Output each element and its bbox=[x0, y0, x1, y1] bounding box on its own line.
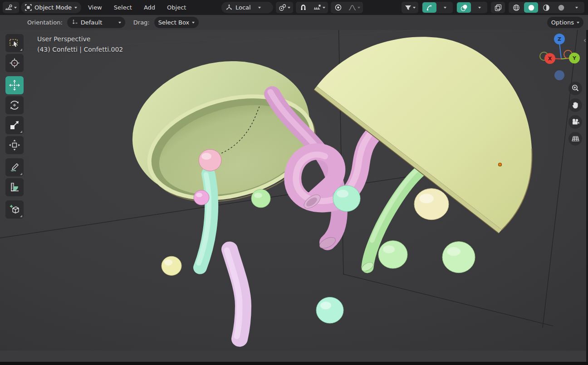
navigation-gizmo[interactable]: Z X Y bbox=[537, 33, 588, 83]
tool-scale[interactable] bbox=[5, 116, 24, 134]
shading-solid-button[interactable] bbox=[524, 2, 538, 13]
tool-rotate[interactable] bbox=[5, 96, 24, 114]
chevron-down-icon[interactable] bbox=[575, 7, 578, 9]
pivot-point-icon bbox=[279, 4, 286, 11]
svg-text:Y: Y bbox=[572, 55, 577, 61]
chevron-down-icon[interactable] bbox=[444, 7, 446, 9]
sphere-green-2[interactable] bbox=[378, 241, 407, 268]
overlays-icon bbox=[461, 4, 468, 11]
tool-options-indicator bbox=[20, 215, 22, 217]
options-dropdown[interactable]: Options bbox=[547, 17, 583, 28]
material-preview-shading-icon bbox=[543, 4, 550, 11]
tool-options-indicator bbox=[20, 173, 22, 175]
viewport-nav-buttons bbox=[568, 82, 582, 146]
toolbar bbox=[5, 34, 24, 220]
chevron-down-icon bbox=[14, 7, 17, 9]
ortho-grid-icon bbox=[571, 135, 580, 143]
menu-add[interactable]: Add bbox=[139, 0, 160, 15]
mode-label: Object Mode bbox=[34, 4, 72, 11]
menu-object[interactable]: Object bbox=[162, 0, 191, 15]
orientation-default-dropdown[interactable]: Default bbox=[67, 17, 125, 28]
transform-orientation-dropdown[interactable]: Local bbox=[221, 2, 273, 13]
tool-select-box[interactable] bbox=[5, 34, 24, 52]
tool-measure[interactable] bbox=[5, 178, 24, 196]
sphere-mint[interactable] bbox=[333, 185, 360, 212]
mode-selector[interactable]: Object Mode bbox=[21, 2, 81, 13]
orientation-value: Default bbox=[81, 19, 103, 26]
snap-settings-dropdown[interactable] bbox=[311, 2, 328, 13]
zoom-button[interactable] bbox=[568, 82, 582, 95]
xray-toggle[interactable] bbox=[491, 2, 505, 13]
perspective-toggle-button[interactable] bbox=[568, 132, 582, 146]
gizmo-axis-neg-z[interactable] bbox=[554, 70, 564, 80]
options-label: Options bbox=[551, 19, 574, 26]
chevron-down-icon[interactable] bbox=[478, 7, 481, 9]
viewport-3d-scene bbox=[0, 15, 588, 365]
drag-mode-dropdown[interactable]: Select Box bbox=[154, 17, 199, 28]
drag-value: Select Box bbox=[158, 19, 189, 26]
pivot-point-dropdown[interactable] bbox=[276, 2, 293, 13]
sphere-cyan[interactable] bbox=[316, 297, 343, 323]
object-visibility-dropdown[interactable] bbox=[402, 2, 418, 13]
sphere-green-3[interactable] bbox=[442, 242, 475, 273]
proportional-falloff-dropdown[interactable] bbox=[346, 2, 363, 13]
svg-text:X: X bbox=[548, 56, 552, 62]
shading-rendered-button[interactable] bbox=[554, 2, 568, 13]
tool-add-cube[interactable] bbox=[5, 200, 24, 219]
tool-annotate[interactable] bbox=[5, 158, 24, 176]
wireframe-shading-icon bbox=[513, 4, 520, 11]
shading-settings-dropdown[interactable] bbox=[569, 2, 584, 13]
pan-view-button[interactable] bbox=[568, 98, 582, 112]
chevron-down-icon bbox=[258, 7, 261, 9]
camera-view-button[interactable] bbox=[568, 115, 582, 129]
menu-view[interactable]: View bbox=[83, 0, 107, 15]
gizmo-axis-x[interactable]: X bbox=[544, 53, 555, 64]
tool-options-indicator bbox=[20, 131, 22, 133]
chevron-down-icon bbox=[358, 7, 360, 9]
viewport-editor-icon bbox=[5, 4, 13, 11]
shading-material-button[interactable] bbox=[539, 2, 553, 13]
editor-type-button[interactable] bbox=[3, 2, 19, 13]
sphere-green[interactable] bbox=[251, 190, 270, 208]
sphere-yellow[interactable] bbox=[162, 256, 181, 275]
tool-move[interactable] bbox=[5, 76, 24, 94]
sphere-small-pink[interactable] bbox=[194, 190, 209, 205]
chevron-down-icon[interactable] bbox=[323, 7, 325, 9]
tool-settings-bar: Orientation: Default Drag: Select Box Op… bbox=[0, 15, 588, 30]
axis-origin-icon bbox=[71, 19, 78, 26]
gizmo-axis-y[interactable]: Y bbox=[569, 53, 580, 63]
magnet-icon bbox=[300, 4, 307, 11]
chevron-down-icon bbox=[577, 22, 579, 24]
gizmo-axis-z[interactable]: Z bbox=[554, 34, 565, 44]
gizmo-icon bbox=[426, 4, 433, 11]
object-origin-dot bbox=[499, 163, 502, 166]
orientation-field-label: Orientation: bbox=[27, 19, 63, 26]
sphere-pink[interactable] bbox=[199, 149, 221, 171]
svg-text:Z: Z bbox=[558, 36, 561, 42]
chevron-down-icon bbox=[192, 22, 195, 24]
proportional-editing-toggle[interactable] bbox=[331, 2, 345, 13]
hand-icon bbox=[571, 101, 579, 109]
snap-toggle[interactable] bbox=[296, 2, 310, 13]
tool-transform[interactable] bbox=[5, 136, 24, 154]
solid-shading-icon bbox=[528, 4, 535, 11]
orientation-label: Local bbox=[235, 4, 251, 11]
xray-icon bbox=[495, 4, 502, 11]
drag-field-label: Drag: bbox=[133, 19, 150, 26]
header-bar: Object Mode View Select Add Object Local bbox=[0, 0, 588, 15]
sidebar-collapse-arrow[interactable]: ‹ bbox=[582, 36, 588, 44]
chevron-down-icon[interactable] bbox=[413, 7, 416, 9]
chevron-down-icon bbox=[118, 22, 121, 24]
show-gizmo-toggle[interactable] bbox=[422, 2, 436, 13]
shading-wireframe-button[interactable] bbox=[509, 2, 523, 13]
overlays-settings-dropdown[interactable] bbox=[472, 2, 487, 13]
gizmo-settings-dropdown[interactable] bbox=[437, 2, 452, 13]
sphere-cream[interactable] bbox=[414, 189, 449, 220]
show-overlays-toggle[interactable] bbox=[457, 2, 471, 13]
menu-select[interactable]: Select bbox=[109, 0, 137, 15]
view-perspective-label: User Perspective bbox=[37, 34, 123, 44]
object-mode-icon bbox=[25, 4, 32, 11]
rendered-shading-icon bbox=[558, 4, 565, 11]
tool-cursor[interactable] bbox=[5, 54, 24, 72]
filter-funnel-icon bbox=[405, 5, 412, 11]
